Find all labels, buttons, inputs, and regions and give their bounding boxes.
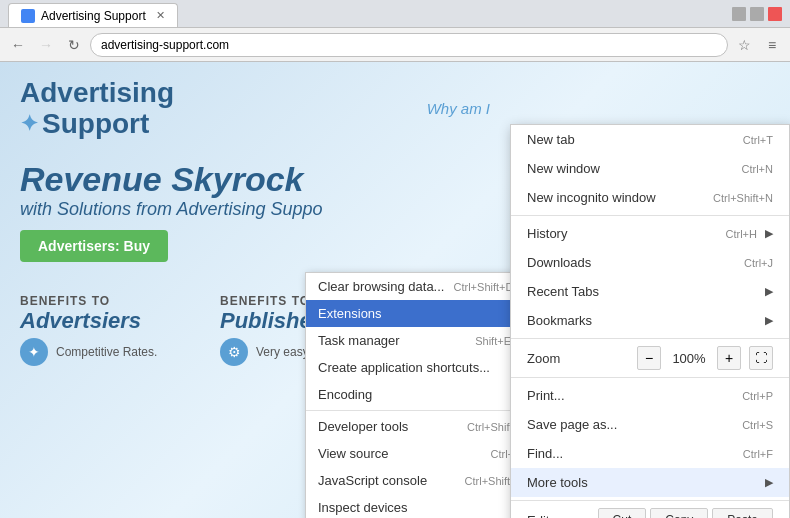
reload-button[interactable]: ↻ xyxy=(62,33,86,57)
menu-item-task-manager[interactable]: Task manager Shift+Esc xyxy=(306,327,534,354)
paste-button[interactable]: Paste xyxy=(712,508,773,518)
menu-item-clear-browsing[interactable]: Clear browsing data... Ctrl+Shift+Del xyxy=(306,273,534,300)
close-button[interactable] xyxy=(768,7,782,21)
chrome-menu-save-page[interactable]: Save page as... Ctrl+S xyxy=(511,410,789,439)
maximize-button[interactable] xyxy=(750,7,764,21)
chrome-separator-1 xyxy=(511,215,789,216)
zoom-label: Zoom xyxy=(527,351,560,366)
cta-button[interactable]: Advertisers: Buy xyxy=(20,230,168,262)
zoom-row: Zoom − 100% + ⛶ xyxy=(511,342,789,374)
chrome-separator-2 xyxy=(511,338,789,339)
tab-close-button[interactable]: ✕ xyxy=(156,9,165,22)
context-menu: Clear browsing data... Ctrl+Shift+Del Ex… xyxy=(305,272,535,518)
titlebar: Advertising Support ✕ xyxy=(0,0,790,28)
logo-line2: Support xyxy=(42,109,149,140)
benefit-label-1: BENEFITS TO xyxy=(20,294,200,308)
toolbar-icons: ☆ ≡ xyxy=(732,33,784,57)
chrome-separator-4 xyxy=(511,500,789,501)
menu-item-encoding[interactable]: Encoding ▶ xyxy=(306,381,534,408)
copy-button[interactable]: Copy xyxy=(650,508,708,518)
address-bar[interactable] xyxy=(90,33,728,57)
chrome-menu-history[interactable]: History Ctrl+H▶ xyxy=(511,219,789,248)
benefit-col-advertisers: BENEFITS TO Advertsiers ✦ Competitive Ra… xyxy=(20,294,200,366)
menu-separator-1 xyxy=(306,410,534,411)
menu-item-inspect-devices[interactable]: Inspect devices xyxy=(306,494,534,518)
minimize-button[interactable] xyxy=(732,7,746,21)
browser-toolbar: ← → ↻ ☆ ≡ xyxy=(0,28,790,62)
chrome-separator-3 xyxy=(511,377,789,378)
menu-button[interactable]: ≡ xyxy=(760,33,784,57)
chrome-menu-incognito[interactable]: New incognito window Ctrl+Shift+N xyxy=(511,183,789,212)
gear-icon: ✦ xyxy=(20,112,38,136)
benefit-icon-2: ⚙ xyxy=(220,338,248,366)
tab-title: Advertising Support xyxy=(41,9,146,23)
chrome-menu-recent-tabs[interactable]: Recent Tabs ▶ xyxy=(511,277,789,306)
menu-item-view-source[interactable]: View source Ctrl+U xyxy=(306,440,534,467)
site-logo: Advertising ✦ Support xyxy=(20,78,174,140)
forward-button[interactable]: → xyxy=(34,33,58,57)
chrome-menu-more-tools[interactable]: More tools ▶ xyxy=(511,468,789,497)
menu-item-extensions[interactable]: Extensions xyxy=(306,300,534,327)
bookmark-button[interactable]: ☆ xyxy=(732,33,756,57)
zoom-minus-button[interactable]: − xyxy=(637,346,661,370)
edit-buttons: Cut Copy Paste xyxy=(598,508,773,518)
menu-item-create-shortcuts[interactable]: Create application shortcuts... xyxy=(306,354,534,381)
logo-line1: Advertising xyxy=(20,78,174,109)
zoom-value: 100% xyxy=(669,351,709,366)
benefit-icon-1: ✦ xyxy=(20,338,48,366)
site-tagline: Why am I xyxy=(427,100,770,117)
back-button[interactable]: ← xyxy=(6,33,30,57)
website-content: Advertising ✦ Support Why am I Revenue S… xyxy=(0,62,790,518)
zoom-controls: − 100% + ⛶ xyxy=(637,346,773,370)
chrome-menu-find[interactable]: Find... Ctrl+F xyxy=(511,439,789,468)
chrome-menu-new-tab[interactable]: New tab Ctrl+T xyxy=(511,125,789,154)
zoom-fullscreen-button[interactable]: ⛶ xyxy=(749,346,773,370)
tab-bar: Advertising Support ✕ xyxy=(8,0,178,27)
cut-button[interactable]: Cut xyxy=(598,508,647,518)
menu-item-developer-tools[interactable]: Developer tools Ctrl+Shift+I xyxy=(306,413,534,440)
chrome-menu: New tab Ctrl+T New window Ctrl+N New inc… xyxy=(510,124,790,518)
edit-label: Edit xyxy=(527,513,549,519)
tab-favicon xyxy=(21,9,35,23)
chrome-menu-new-window[interactable]: New window Ctrl+N xyxy=(511,154,789,183)
chrome-menu-print[interactable]: Print... Ctrl+P xyxy=(511,381,789,410)
benefit-title-1: Advertsiers xyxy=(20,308,200,334)
zoom-plus-button[interactable]: + xyxy=(717,346,741,370)
logo-line2-container: ✦ Support xyxy=(20,109,174,140)
chrome-menu-bookmarks[interactable]: Bookmarks ▶ xyxy=(511,306,789,335)
menu-item-js-console[interactable]: JavaScript console Ctrl+Shift+J xyxy=(306,467,534,494)
edit-row: Edit Cut Copy Paste xyxy=(511,504,789,518)
active-tab[interactable]: Advertising Support ✕ xyxy=(8,3,178,27)
chrome-menu-downloads[interactable]: Downloads Ctrl+J xyxy=(511,248,789,277)
benefit-item-1: ✦ Competitive Rates. xyxy=(20,338,200,366)
benefit-item-text-1: Competitive Rates. xyxy=(56,345,157,359)
